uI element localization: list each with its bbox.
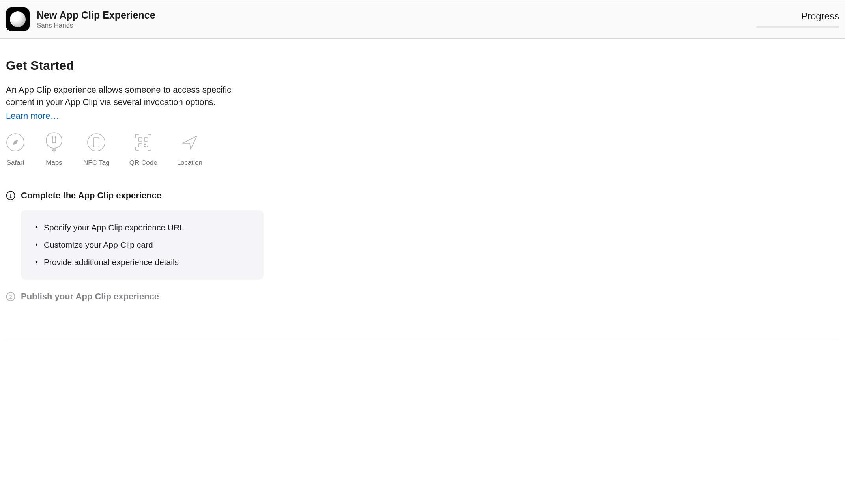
step-2-title: Publish your App Clip experience: [21, 291, 159, 302]
invocation-label: Location: [177, 159, 202, 167]
invocation-label: NFC Tag: [83, 159, 110, 167]
app-icon: [6, 7, 30, 31]
header-left: New App Clip Experience Sans Hands: [6, 7, 155, 31]
step-1-title: Complete the App Clip experience: [21, 190, 161, 201]
invocation-qr: QR Code: [129, 133, 157, 167]
svg-rect-7: [138, 138, 142, 141]
svg-rect-10: [144, 144, 146, 145]
learn-more-link[interactable]: Learn more…: [6, 111, 59, 121]
invocation-safari: Safari: [6, 133, 25, 167]
checklist-item: Customize your App Clip card: [33, 236, 252, 254]
invocation-label: QR Code: [129, 159, 157, 167]
invocation-label: Safari: [7, 159, 24, 167]
svg-point-1: [46, 133, 62, 148]
svg-rect-12: [144, 146, 146, 147]
safari-icon: [6, 133, 25, 152]
nfc-tag-icon: [87, 133, 106, 152]
header-right: Progress: [756, 11, 839, 28]
main-content: Get Started An App Clip experience allow…: [0, 39, 544, 323]
checklist-item: Provide additional experience details: [33, 254, 252, 271]
progress-label: Progress: [756, 11, 839, 22]
svg-text:1: 1: [9, 192, 12, 198]
step-2-number-icon: 2: [6, 292, 15, 301]
svg-rect-6: [93, 138, 99, 147]
svg-rect-9: [138, 144, 142, 147]
maps-icon: [45, 133, 64, 152]
section-title: Get Started: [6, 58, 538, 73]
page-title: New App Clip Experience: [37, 9, 155, 21]
svg-point-5: [88, 134, 105, 151]
svg-point-3: [55, 136, 56, 138]
checklist-item: Specify your App Clip experience URL: [33, 219, 252, 236]
svg-text:2: 2: [9, 293, 12, 299]
invocation-row: Safari Maps NF: [6, 133, 538, 167]
header-titles: New App Clip Experience Sans Hands: [37, 9, 155, 30]
bottom-divider: [6, 339, 839, 339]
svg-point-4: [54, 151, 55, 152]
page-subtitle: Sans Hands: [37, 22, 155, 30]
section-description: An App Clip experience allows someone to…: [6, 84, 243, 108]
step-1-number-icon: 1: [6, 191, 15, 200]
invocation-maps: Maps: [45, 133, 64, 167]
qr-code-icon: [134, 133, 153, 152]
svg-rect-8: [144, 138, 148, 141]
progress-bar: [756, 26, 839, 28]
step-2-row: 2 Publish your App Clip experience: [6, 291, 538, 302]
invocation-label: Maps: [46, 159, 62, 167]
step-1-row: 1 Complete the App Clip experience: [6, 190, 538, 201]
invocation-nfc: NFC Tag: [83, 133, 110, 167]
location-icon: [180, 133, 199, 152]
page-header: New App Clip Experience Sans Hands Progr…: [0, 0, 845, 39]
svg-point-2: [52, 136, 53, 138]
svg-rect-11: [147, 146, 148, 147]
checklist-box: Specify your App Clip experience URL Cus…: [21, 210, 264, 280]
invocation-location: Location: [177, 133, 202, 167]
